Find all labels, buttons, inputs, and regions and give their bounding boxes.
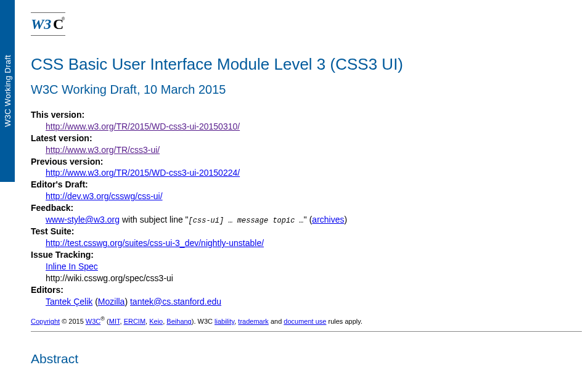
metadata-list: This version: http://www.w3.org/TR/2015/… xyxy=(31,109,582,307)
feedback-subject-code: [css-ui] … message topic … xyxy=(189,216,304,225)
main-content: W3 C ® CSS Basic User Interface Module L… xyxy=(31,0,582,370)
test-suite-label: Test Suite: xyxy=(31,226,582,237)
previous-version-link[interactable]: http://www.w3.org/TR/2015/WD-css3-ui-201… xyxy=(46,168,240,178)
abstract-heading: Abstract xyxy=(31,352,582,366)
feedback-value: www-style@w3.org with subject line "[css… xyxy=(46,214,582,226)
editor-affiliation-link[interactable]: Mozilla xyxy=(98,297,125,306)
issue-tracking-wiki: http://wiki.csswg.org/spec/css3-ui xyxy=(46,273,173,283)
editor-rp: ) xyxy=(125,297,130,306)
feedback-archives-link[interactable]: archives xyxy=(312,215,344,224)
w3c-logo-link[interactable]: W3 C ® xyxy=(31,12,65,36)
feedback-email-link[interactable]: www-style@w3.org xyxy=(46,215,120,224)
issue-tracking-label: Issue Tracking: xyxy=(31,249,582,261)
document-subtitle: W3C Working Draft, 10 March 2015 xyxy=(31,83,582,97)
copyright-link[interactable]: Copyright xyxy=(31,318,60,325)
status-sidebar: W3C Working Draft xyxy=(0,0,15,182)
feedback-text1: with subject line " xyxy=(120,215,189,224)
latest-version-label: Latest version: xyxy=(31,133,582,144)
copyright-ercim-link[interactable]: ERCIM xyxy=(124,318,145,325)
this-version-link[interactable]: http://www.w3.org/TR/2015/WD-css3-ui-201… xyxy=(46,121,240,131)
copyright-beihang-link[interactable]: Beihang xyxy=(166,318,191,325)
copyright-mit-link[interactable]: MIT xyxy=(109,318,120,325)
copyright-line: Copyright © 2015 W3C® (MIT, ERCIM, Keio,… xyxy=(31,316,582,325)
editor-email-link[interactable]: tantek@cs.stanford.edu xyxy=(130,297,221,306)
editors-label: Editors: xyxy=(31,284,582,296)
w3c-logo-icon: W3 C ® xyxy=(31,15,65,33)
editors-value: Tantek Çelik (Mozilla) tantek@cs.stanfor… xyxy=(46,296,582,308)
editors-draft-link[interactable]: http://dev.w3.org/csswg/css-ui/ xyxy=(46,191,163,201)
this-version-label: This version: xyxy=(31,109,582,121)
issue-tracking-inline-link[interactable]: Inline In Spec xyxy=(46,261,98,271)
document-title: CSS Basic User Interface Module Level 3 … xyxy=(31,55,582,74)
editor-lp: ( xyxy=(92,297,98,306)
previous-version-label: Previous version: xyxy=(31,156,582,168)
copyright-keio-link[interactable]: Keio xyxy=(149,318,163,325)
copyright-trademark-link[interactable]: trademark xyxy=(238,318,269,325)
editors-draft-label: Editor's Draft: xyxy=(31,179,582,191)
latest-version-link[interactable]: http://www.w3.org/TR/css3-ui/ xyxy=(46,145,160,155)
copyright-w3c-link[interactable]: W3C xyxy=(86,318,100,325)
feedback-text2: " ( xyxy=(304,215,312,224)
svg-text:®: ® xyxy=(62,17,65,21)
header-divider xyxy=(31,331,582,332)
copyright-docuse-link[interactable]: document use xyxy=(284,318,326,325)
editor-name-link[interactable]: Tantek Çelik xyxy=(46,297,92,306)
copyright-liability-link[interactable]: liability xyxy=(214,318,234,325)
svg-text:W3: W3 xyxy=(31,16,51,32)
feedback-label: Feedback: xyxy=(31,202,582,214)
test-suite-link[interactable]: http://test.csswg.org/suites/css-ui-3_de… xyxy=(46,238,264,248)
feedback-text3: ) xyxy=(345,215,348,224)
status-sidebar-label: W3C Working Draft xyxy=(3,55,12,127)
